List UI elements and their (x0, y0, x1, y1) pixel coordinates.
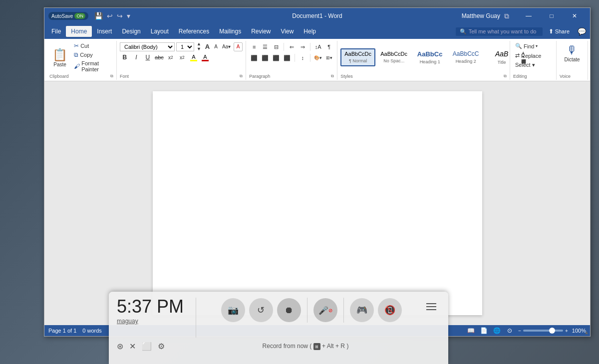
minimize-button[interactable]: — (517, 8, 540, 24)
clear-formatting-button[interactable]: A (234, 42, 243, 51)
replace-button[interactable]: ⇄ Replace (513, 51, 553, 60)
menu-file[interactable]: File (46, 26, 66, 37)
username[interactable]: maguay (117, 318, 184, 325)
autosave-toggle[interactable]: ON (74, 13, 85, 19)
save-icon[interactable]: 💾 (94, 12, 103, 20)
align-right-button[interactable]: ⬛ (271, 53, 281, 63)
format-painter-button[interactable]: 🖌 Format Painter (72, 60, 113, 73)
menu-design[interactable]: Design (117, 26, 145, 37)
document-page[interactable] (153, 91, 482, 315)
mute-mic-button[interactable]: 🎤⊘ (313, 298, 337, 322)
style-normal-text: AaBbCcDc (344, 50, 371, 58)
game-mode-button[interactable]: 🎮 (350, 298, 374, 322)
indent-increase-button[interactable]: ⇒ (298, 42, 307, 52)
styles-expand-btn[interactable]: ⧉ (504, 74, 507, 79)
select-button[interactable]: Select ▾ (513, 61, 553, 69)
menu-references[interactable]: References (174, 26, 214, 37)
underline-button[interactable]: U (143, 52, 153, 62)
borders-button[interactable]: ⊞▾ (324, 53, 334, 63)
style-heading2[interactable]: AaBbCcC Heading 2 (448, 49, 483, 65)
font-size-decrease[interactable]: ▼ (196, 47, 202, 51)
settings-icon-button[interactable]: ⚙ (158, 342, 165, 351)
focus-button[interactable]: ⊙ (505, 326, 514, 335)
justify-button[interactable]: ⬛ (282, 53, 292, 63)
zoom-thumb[interactable] (549, 328, 555, 334)
word-window: AutoSave ON 💾 ↩ ↪ ▾ Document1 - Word Mat… (44, 7, 591, 337)
style-no-spacing[interactable]: AaBbCcDc No Spac... (376, 49, 411, 65)
rewind-record-button[interactable]: ↺ (249, 298, 273, 322)
indent-decrease-button[interactable]: ⇐ (287, 42, 297, 52)
copy-button[interactable]: ⧉ Copy (72, 51, 113, 59)
style-heading1[interactable]: AaBbCc Heading 1 (412, 49, 447, 66)
font-a-small-button[interactable]: A (213, 43, 219, 50)
line-spacing-button[interactable]: ↕ (298, 53, 307, 63)
xbox-x-button[interactable]: ✕ (129, 342, 136, 351)
bullets-button[interactable]: ≡ (249, 42, 259, 52)
font-size-increase[interactable]: ▲ (196, 42, 202, 46)
clipboard-expand[interactable]: ⧉ (110, 74, 113, 79)
font-highlight-button[interactable]: A (189, 52, 199, 62)
zoom-track[interactable] (523, 330, 563, 332)
sort-button[interactable]: ↕A (313, 42, 323, 52)
style-normal[interactable]: AaBbCcDc ¶ Normal (340, 48, 375, 66)
print-layout-button[interactable]: 📄 (479, 326, 488, 335)
read-mode-button[interactable]: 📖 (466, 326, 475, 335)
restore-icon[interactable]: ⧉ (504, 12, 509, 20)
maximize-button[interactable]: □ (540, 8, 563, 24)
share-button[interactable]: ⬆ Share (545, 27, 574, 36)
title-bar: AutoSave ON 💾 ↩ ↪ ▾ Document1 - Word Mat… (44, 8, 590, 24)
styles-row: AaBbCcDc ¶ Normal AaBbCcDc No Spac... Aa… (340, 42, 527, 73)
align-center-button[interactable]: ⬛ (260, 53, 270, 63)
xbox-logo-button[interactable]: ⊛ (117, 342, 123, 351)
ribbon-collapse-button[interactable]: ▲ (583, 329, 590, 336)
cut-button[interactable]: ✂ Cut (72, 42, 113, 50)
customize-icon[interactable]: ▾ (127, 12, 130, 20)
italic-button[interactable]: I (131, 52, 141, 62)
window-icon-button[interactable]: ⬜ (142, 342, 152, 351)
comments-button[interactable]: 💬 (576, 26, 588, 36)
menu-layout[interactable]: Layout (146, 26, 174, 37)
web-layout-button[interactable]: 🌐 (492, 326, 501, 335)
menu-home[interactable]: Home (66, 26, 92, 37)
close-button[interactable]: ✕ (563, 8, 586, 24)
multilevel-button[interactable]: ⊟ (271, 42, 281, 52)
find-button[interactable]: 🔍 Find ▾ (513, 42, 553, 50)
strikethrough-button[interactable]: abc (154, 52, 164, 62)
menu-help[interactable]: Help (299, 26, 321, 37)
zoom-in-icon[interactable]: + (565, 328, 568, 334)
hamburger-line-1 (426, 303, 436, 304)
subscript-button[interactable]: x2 (166, 52, 176, 62)
show-paragraph-button[interactable]: ¶ (324, 42, 334, 52)
zoom-slider[interactable]: − + (518, 328, 568, 334)
font-family-selector[interactable]: Calibri (Body) (120, 42, 175, 51)
search-input[interactable] (469, 28, 539, 34)
paragraph-expand[interactable]: ⧉ (331, 74, 334, 79)
menu-view[interactable]: View (276, 26, 299, 37)
dictate-button[interactable]: 🎙 Dictate (560, 42, 584, 64)
windows-key-icon: ⊞ (313, 343, 320, 350)
font-color-button[interactable]: A (200, 52, 210, 62)
menu-insert[interactable]: Insert (92, 26, 117, 37)
shading-button[interactable]: 🎨▾ (313, 53, 323, 63)
title-bar-icons: 💾 ↩ ↪ ▾ (94, 12, 130, 20)
bold-button[interactable]: B (120, 52, 130, 62)
screenshot-button[interactable]: 📷 (221, 298, 245, 322)
menu-mailings[interactable]: Mailings (214, 26, 246, 37)
copy-label: Copy (80, 52, 93, 58)
zoom-out-icon[interactable]: − (518, 328, 521, 334)
camera-off-button[interactable]: 📵 (378, 298, 402, 322)
font-case-button[interactable]: Aa▾ (221, 43, 232, 50)
numbering-button[interactable]: ☰ (260, 42, 270, 52)
font-size-selector[interactable]: 11 (176, 42, 194, 51)
font-aa-button[interactable]: A (204, 42, 211, 51)
record-button[interactable]: ⏺ (277, 298, 301, 322)
undo-icon[interactable]: ↩ (107, 12, 113, 20)
xbox-menu-button[interactable] (422, 298, 440, 316)
font-expand[interactable]: ⧉ (240, 74, 243, 79)
paste-button[interactable]: 📋 Paste (49, 42, 70, 73)
font-row-1: Calibri (Body) 11 ▲ ▼ A A Aa▾ A (120, 42, 243, 51)
align-left-button[interactable]: ⬛ (249, 53, 259, 63)
menu-review[interactable]: Review (246, 26, 276, 37)
redo-icon[interactable]: ↪ (117, 12, 123, 20)
superscript-button[interactable]: x2 (177, 52, 187, 62)
